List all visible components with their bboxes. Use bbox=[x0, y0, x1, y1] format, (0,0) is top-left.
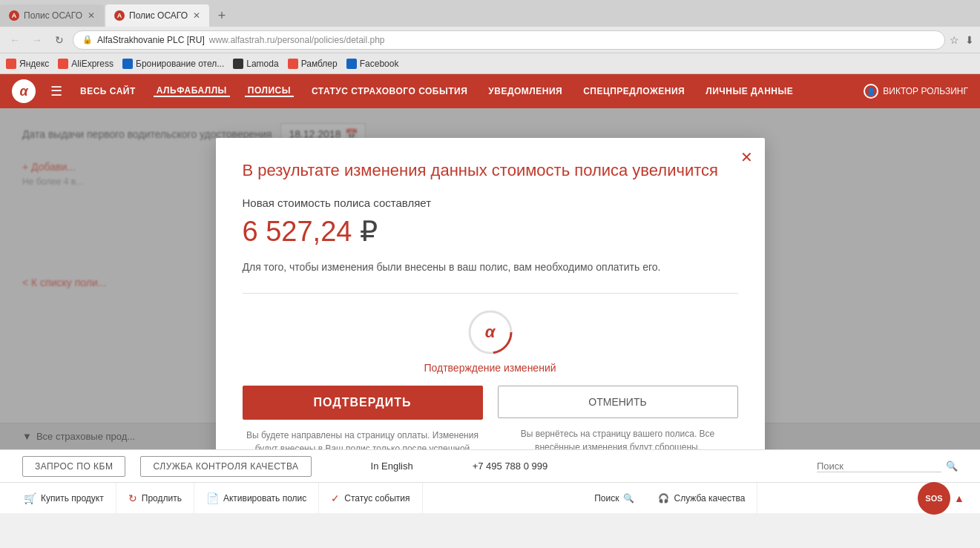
headset-icon: 🎧 bbox=[658, 493, 669, 504]
scroll-up-button[interactable]: ▲ bbox=[950, 489, 968, 507]
toolbar-search[interactable]: Поиск 🔍 bbox=[582, 493, 646, 504]
footer-search-input[interactable] bbox=[817, 460, 941, 472]
cancel-button[interactable]: ОТМЕНИТЬ bbox=[498, 386, 738, 418]
bookmark-rambler[interactable]: Рамблер bbox=[288, 59, 338, 69]
reload-button[interactable]: ↻ bbox=[50, 31, 68, 49]
bookmark-hotel[interactable]: Бронирование отел... bbox=[122, 59, 224, 69]
bottom-toolbar: 🛒 Купить продукт ↻ Продлить 📄 Активирова… bbox=[0, 482, 980, 513]
address-input[interactable]: 🔒 AlfaStrakhovanie PLC [RU] www.alfastra… bbox=[73, 30, 945, 50]
user-name: ВИКТОР РОЛЬЗИНГ bbox=[883, 86, 968, 96]
tab-close-2[interactable]: ✕ bbox=[193, 10, 200, 21]
modal-title: В результате изменения данных стоимость … bbox=[243, 160, 738, 182]
modal-loader-label: Подтверждение изменений bbox=[243, 362, 738, 374]
bookmark-aliexpress[interactable]: AliExpress bbox=[58, 59, 114, 69]
tab-bar: А Полис ОСАГО ✕ А Полис ОСАГО ✕ + bbox=[0, 0, 980, 27]
bookmark-yandex[interactable]: Яндекс bbox=[6, 59, 49, 69]
modal-price: 6 527,24 ₽ bbox=[243, 215, 738, 248]
quality-label: Служба качества bbox=[674, 493, 745, 504]
modal-subtitle: Новая стоимость полиса составляет bbox=[243, 197, 738, 209]
nav-lichnye-dannye[interactable]: ЛИЧНЫЕ ДАННЫЕ bbox=[703, 86, 796, 96]
toolbar-renew[interactable]: ↻ Продлить bbox=[116, 483, 194, 513]
browser-chrome: А Полис ОСАГО ✕ А Полис ОСАГО ✕ + ← → ↻ … bbox=[0, 0, 980, 74]
toolbar-buy[interactable]: 🛒 Купить продукт bbox=[12, 483, 116, 513]
confirm-column: ПОДТВЕРДИТЬ Вы будете направлены на стра… bbox=[243, 386, 483, 449]
user-avatar: 👤 bbox=[864, 84, 878, 99]
kbm-request-button[interactable]: ЗАПРОС ПО КБМ bbox=[22, 456, 125, 477]
toolbar-activate[interactable]: 📄 Активировать полис bbox=[194, 483, 319, 513]
buy-label: Купить продукт bbox=[41, 493, 104, 504]
download-icon[interactable]: ⬇ bbox=[965, 34, 974, 46]
activate-icon: 📄 bbox=[206, 492, 219, 504]
sos-button[interactable]: SOS bbox=[918, 482, 950, 515]
site-header: α ☰ ВЕСЬ САЙТ АЛЬФАБАЛЛЫ ПОЛИСЫ СТАТУС С… bbox=[0, 74, 980, 108]
tab-label-2: Полис ОСАГО bbox=[129, 10, 188, 21]
forward-button[interactable]: → bbox=[28, 31, 46, 49]
nav-uvedomleniya[interactable]: УВЕДОМЛЕНИЯ bbox=[485, 86, 565, 96]
address-url: www.alfastrah.ru/personal/policies/detai… bbox=[209, 35, 385, 45]
search-icon[interactable]: 🔍 bbox=[946, 460, 958, 472]
nav-polisy[interactable]: ПОЛИСЫ bbox=[245, 85, 294, 97]
modal-dialog: ✕ В результате изменения данных стоимост… bbox=[216, 138, 765, 449]
bookmark-facebook[interactable]: Facebook bbox=[346, 59, 399, 69]
footer-search: 🔍 bbox=[817, 460, 958, 472]
modal-overlay: ✕ В результате изменения данных стоимост… bbox=[0, 108, 980, 449]
nav-site-label[interactable]: ВЕСЬ САЙТ bbox=[77, 86, 139, 96]
confirm-note: Вы будете направлены на страницу оплаты.… bbox=[243, 429, 483, 449]
renew-label: Продлить bbox=[142, 493, 182, 504]
renew-icon: ↻ bbox=[128, 492, 137, 504]
footer: ЗАПРОС ПО КБМ СЛУЖБА КОНТРОЛЯ КАЧЕСТВА I… bbox=[0, 449, 980, 482]
address-bar: ← → ↻ 🔒 AlfaStrakhovanie PLC [RU] www.al… bbox=[0, 27, 980, 53]
browser-icons: ☆ ⬇ bbox=[950, 34, 974, 46]
toolbar-status[interactable]: ✓ Статус события bbox=[319, 483, 422, 513]
modal-divider bbox=[243, 293, 738, 294]
bookmark-icon-lamoda bbox=[233, 59, 243, 69]
lock-icon: 🔒 bbox=[82, 35, 93, 44]
price-currency: ₽ bbox=[360, 216, 378, 247]
modal-close-button[interactable]: ✕ bbox=[740, 150, 753, 165]
bookmark-icon-rambler bbox=[288, 59, 298, 69]
tab-1[interactable]: А Полис ОСАГО ✕ bbox=[0, 4, 104, 27]
bookmarks-bar: Яндекс AliExpress Бронирование отел... L… bbox=[0, 53, 980, 74]
bookmark-icon-yandex bbox=[6, 59, 16, 69]
tab-2[interactable]: А Полис ОСАГО ✕ bbox=[105, 4, 209, 27]
bookmark-icon-facebook bbox=[346, 59, 357, 69]
cancel-column: ОТМЕНИТЬ Вы вернётесь на страницу вашего… bbox=[498, 386, 738, 449]
back-button[interactable]: ← bbox=[6, 31, 24, 49]
modal-loader-wrap: α Подтверждение изменений bbox=[243, 308, 738, 374]
buy-icon: 🛒 bbox=[24, 492, 36, 504]
footer-phone: +7 495 788 0 999 bbox=[473, 460, 548, 472]
cancel-note: Вы вернётесь на страницу вашего полиса. … bbox=[498, 427, 738, 449]
status-icon: ✓ bbox=[331, 492, 340, 504]
hamburger-button[interactable]: ☰ bbox=[50, 83, 62, 99]
toolbar-search-label: Поиск bbox=[594, 493, 619, 504]
nav-specpredlozheniya[interactable]: СПЕЦПРЕДЛОЖЕНИЯ bbox=[580, 86, 688, 96]
toolbar-search-icon[interactable]: 🔍 bbox=[623, 493, 634, 504]
tab-label-1: Полис ОСАГО bbox=[24, 10, 82, 21]
confirm-button[interactable]: ПОДТВЕРДИТЬ bbox=[243, 386, 483, 420]
language-link[interactable]: In English bbox=[371, 460, 413, 472]
user-menu[interactable]: 👤 ВИКТОР РОЛЬЗИНГ bbox=[864, 84, 968, 99]
tab-favicon-2: А bbox=[114, 10, 125, 21]
page-background: Дата выдачи первого водительского удосто… bbox=[0, 108, 980, 449]
tab-close-1[interactable]: ✕ bbox=[88, 10, 95, 21]
modal-logo: α bbox=[474, 316, 507, 349]
nav-status[interactable]: СТАТУС СТРАХОВОГО СОБЫТИЯ bbox=[309, 86, 470, 96]
site-name: AlfaStrakhovanie PLC [RU] bbox=[97, 35, 205, 45]
toolbar-quality[interactable]: 🎧 Служба качества bbox=[646, 483, 757, 513]
tab-favicon-1: А bbox=[9, 10, 19, 21]
status-label: Статус события bbox=[344, 493, 410, 504]
nav-alfabally[interactable]: АЛЬФАБАЛЛЫ bbox=[154, 85, 230, 97]
bookmark-lamoda[interactable]: Lamoda bbox=[233, 59, 278, 69]
quality-service-button[interactable]: СЛУЖБА КОНТРОЛЯ КАЧЕСТВА bbox=[140, 456, 311, 477]
bookmark-icon-hotel bbox=[122, 59, 133, 69]
new-tab-button[interactable]: + bbox=[211, 4, 233, 27]
activate-label: Активировать полис bbox=[223, 493, 306, 504]
modal-description: Для того, чтобы изменения были внесены в… bbox=[243, 260, 738, 275]
price-value: 6 527,24 bbox=[243, 216, 352, 247]
site-logo[interactable]: α bbox=[12, 79, 36, 103]
modal-actions: ПОДТВЕРДИТЬ Вы будете направлены на стра… bbox=[243, 386, 738, 449]
star-icon[interactable]: ☆ bbox=[950, 34, 959, 46]
bookmark-icon-aliexpress bbox=[58, 59, 68, 69]
